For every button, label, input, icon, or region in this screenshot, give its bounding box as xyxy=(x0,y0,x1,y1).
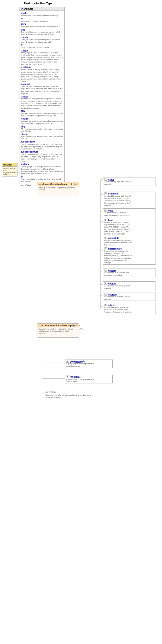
prop-remoteinfo: ⊕ remoteInfo A link to an item or a web … xyxy=(103,236,156,247)
concept-rel-group-header: ... ConceptRelationshipsGroup ⊕ 0...∞ xyxy=(38,324,79,328)
prop-definition: ⊕ definition A natural language definiti… xyxy=(103,192,156,207)
prop-poidetails: ⊕ POIDetails A group of properties speci… xyxy=(65,375,113,384)
diagram-container: FlexLocationPropType ⚙ attributes qcode … xyxy=(0,0,162,644)
attr-xmllang: xmllang The language of this property an… xyxy=(20,163,63,174)
any-other-bottom: any ##other xyxy=(46,390,57,393)
prop-sameas: ⊕ sameAs An identifier of a concept with… xyxy=(103,268,156,277)
attr-creator: creator If the property value is not def… xyxy=(20,49,63,66)
attr-qcode: qcode A quick-look code which identifies… xyxy=(20,12,63,17)
attr-why: why Why the metadata has been included -… xyxy=(20,125,63,132)
prop-hierarchyinfo: ⊕ hierarchyInfo Represents the position … xyxy=(103,247,156,265)
diagram-title: FlexLocationPropType xyxy=(24,2,52,5)
gear-icon: ⚙ xyxy=(20,8,23,10)
attr-dir: dir The directionality of textual conten… xyxy=(20,175,63,182)
concept-rel-group-box: ... ConceptRelationshipsGroup ⊕ 0...∞ A … xyxy=(37,323,79,338)
attr-type: type Expressed the concept assigned as c… xyxy=(20,28,63,36)
attr-pubconstraint: pubconstraint One or many constraints th… xyxy=(20,140,63,150)
prop-related: ⊕ related A related concept, where the r… xyxy=(103,303,156,314)
prop-broader: ⊕ broader An identifier of a more generi… xyxy=(103,282,156,290)
attr-id: id The local identifier of the element. xyxy=(20,44,63,48)
attr-pubconstrainturi: pubconstrainturi One or many constraints… xyxy=(20,151,63,162)
concept-def-group-box: ... ConceptDefinitionGroup ⊕ 0...∞ A gro… xyxy=(37,182,79,196)
attr-typeuri: typeuri The type of the concept assigned… xyxy=(20,36,63,43)
location-box: location A place where the organisation … xyxy=(2,163,18,176)
attr-whyuri: whyuri Why the metadata has been include… xyxy=(20,133,63,140)
attributes-box: ⚙ attributes qcode A quick-look code whi… xyxy=(19,7,65,187)
attr-literal: literal A free-text value assigned as pr… xyxy=(20,23,63,28)
attr-modified: modified The date (and, optionally, the … xyxy=(20,83,63,94)
prop-name: ⊕ name A natural language name for the c… xyxy=(103,177,156,186)
prop-geoareadetails: ⊕ geoAreaDetails A group of properties s… xyxy=(65,359,113,368)
prop-note: ⊕ note Additional natural language infor… xyxy=(103,208,156,217)
prop-narrower: ⊕ narrower An identifier of a more speci… xyxy=(103,292,156,301)
attr-how: how Indicates by which means the value w… xyxy=(20,110,63,117)
attr-creatoruri: creatoruri If the attribute is empty: sp… xyxy=(20,66,63,82)
location-header: location xyxy=(2,163,17,167)
svg-marker-23 xyxy=(79,328,83,330)
attr-uri: uri A URI which identifies a concept. xyxy=(20,18,63,22)
prop-facet: ⊕ facet In NAR 1.8 and later, facet is d… xyxy=(103,218,156,236)
attribute-list: qcode A quick-look code which identifies… xyxy=(20,11,64,187)
any-other-bottom-desc: Extension point for plug-de-deditional p… xyxy=(46,394,94,398)
attr-custom: custom If set to true, corresponding pro… xyxy=(20,95,63,109)
attributes-header: ⚙ attributes xyxy=(20,7,64,11)
attr-howuri: howuri Indicates by which means the valu… xyxy=(20,117,63,124)
concept-def-group-header: ... ConceptDefinitionGroup ⊕ 0...∞ xyxy=(38,182,79,186)
